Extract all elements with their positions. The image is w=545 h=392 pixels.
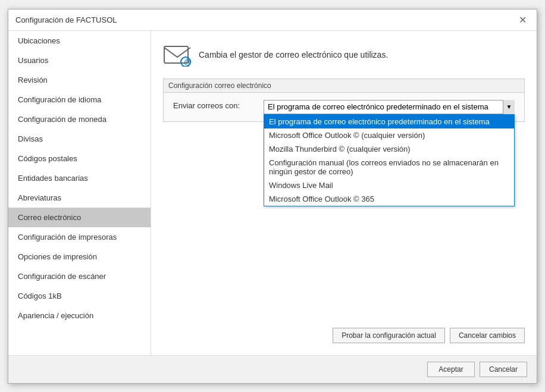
dialog-title: Configuración de FACTUSOL: [15, 15, 117, 24]
test-config-button[interactable]: Probar la configuración actual: [333, 328, 445, 343]
dropdown-option[interactable]: Microsoft Office Outlook © (cualquier ve…: [264, 128, 514, 142]
sidebar-item-codigos-1kb[interactable]: Códigos 1kB: [8, 286, 151, 306]
accept-button[interactable]: Aceptar: [427, 362, 475, 377]
form-label: Enviar correos con:: [173, 100, 256, 110]
cancel-changes-button[interactable]: Cancelar cambios: [450, 328, 525, 343]
content-header-text: Cambia el gestor de correo electrónico q…: [199, 50, 388, 59]
sidebar-item-configuracion-moneda[interactable]: Configuración de moneda: [8, 109, 151, 129]
sidebar-item-abreviaturas[interactable]: Abreviaturas: [8, 188, 151, 208]
dropdown-option[interactable]: El programa de correo electrónico predet…: [264, 115, 514, 128]
dropdown-option[interactable]: Configuración manual (los correos enviad…: [264, 156, 514, 178]
cancel-button[interactable]: Cancelar: [480, 362, 527, 377]
sidebar-item-codigos-postales[interactable]: Códigos postales: [8, 149, 151, 168]
dropdown-option[interactable]: Mozilla Thunderbird © (cualquier versión…: [264, 142, 514, 156]
sidebar-item-divisas[interactable]: Divisas: [8, 129, 151, 149]
title-bar: Configuración de FACTUSOL ✕: [8, 10, 537, 31]
dropdown-option[interactable]: Microsoft Office Outlook © 365: [264, 192, 514, 206]
content-header: @ Cambia el gestor de correo electrónico…: [163, 43, 525, 67]
sidebar-item-configuracion-escaner[interactable]: Configuración de escáner: [8, 266, 151, 286]
dropdown-selected-value[interactable]: El programa de correo electrónico predet…: [264, 100, 515, 114]
sidebar-item-opciones-impresion[interactable]: Opciones de impresión: [8, 247, 151, 266]
sidebar: UbicacionesUsuariosRevisiónConfiguración…: [8, 31, 151, 355]
sidebar-item-configuracion-idioma[interactable]: Configuración de idioma: [8, 90, 151, 109]
dialog-body: UbicacionesUsuariosRevisiónConfiguración…: [8, 31, 537, 355]
dialog-footer: Aceptar Cancelar: [8, 355, 537, 383]
content-area: @ Cambia el gestor de correo electrónico…: [151, 31, 537, 355]
sidebar-item-correo-electronico[interactable]: Correo electrónico: [8, 208, 151, 227]
sidebar-item-configuracion-impresoras[interactable]: Configuración de impresoras: [8, 227, 151, 247]
svg-text:@: @: [184, 57, 192, 66]
email-config-section: Configuración correo electrónico Enviar …: [163, 79, 525, 122]
selected-option-text: El programa de correo electrónico predet…: [268, 102, 488, 111]
section-title: Configuración correo electrónico: [164, 79, 524, 93]
main-dialog: Configuración de FACTUSOL ✕ UbicacionesU…: [8, 9, 537, 384]
content-footer: Probar la configuración actual Cancelar …: [163, 321, 525, 343]
mail-icon: @: [163, 43, 192, 67]
sidebar-item-revision[interactable]: Revisión: [8, 70, 151, 90]
sidebar-item-ubicaciones[interactable]: Ubicaciones: [8, 31, 151, 51]
email-client-dropdown[interactable]: El programa de correo electrónico predet…: [264, 100, 515, 114]
dropdown-arrow-icon: ▼: [503, 100, 515, 114]
close-button[interactable]: ✕: [515, 12, 530, 27]
sidebar-item-apariencia-ejecucion[interactable]: Apariencia / ejecución: [8, 306, 151, 325]
sidebar-item-usuarios[interactable]: Usuarios: [8, 51, 151, 70]
form-row: Enviar correos con: El programa de corre…: [173, 100, 515, 114]
dropdown-list: El programa de correo electrónico predet…: [264, 114, 515, 206]
dropdown-option[interactable]: Windows Live Mail: [264, 178, 514, 192]
sidebar-item-entidades-bancarias[interactable]: Entidades bancarias: [8, 168, 151, 188]
